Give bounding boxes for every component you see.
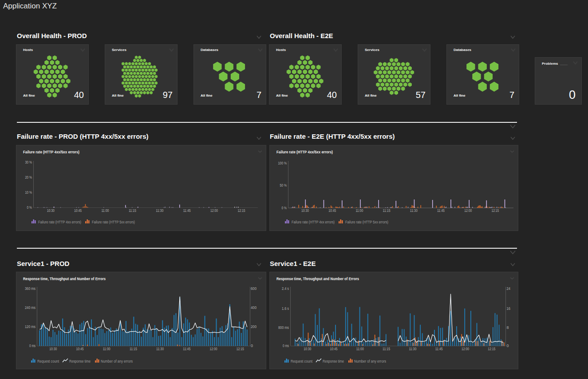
svg-text:1.6 s: 1.6 s [282,306,289,311]
svg-text:200: 200 [251,324,257,329]
svg-text:400: 400 [251,305,257,310]
svg-text:12:15: 12:15 [491,208,499,213]
svg-text:11:00: 11:00 [102,208,109,213]
svg-text:240 ms: 240 ms [25,305,36,310]
svg-text:11:15: 11:15 [130,347,137,351]
svg-text:12:00: 12:00 [464,208,472,213]
svg-text:Number of any errors: Number of any errors [354,359,386,363]
svg-text:Failure rate (HTTP 5xx errors): Failure rate (HTTP 5xx errors) [345,220,388,224]
svg-text:Failure rate (HTTP 4xx errors): Failure rate (HTTP 4xx errors) [38,220,81,224]
svg-text:11:00: 11:00 [103,347,110,351]
svg-text:Response time, Throughput and: Response time, Throughput and Number of … [276,277,359,281]
svg-text:10:30: 10:30 [49,347,57,351]
svg-text:11:30: 11:30 [156,347,164,351]
svg-text:20 %: 20 % [25,175,32,180]
svg-text:Response time, Throughput and: Response time, Throughput and Number of … [23,277,106,281]
svg-text:12:00: 12:00 [462,347,469,351]
svg-text:800 ms: 800 ms [278,325,289,330]
svg-text:12:00: 12:00 [210,347,217,351]
svg-text:11:45: 11:45 [435,347,443,351]
svg-text:Request count: Request count [37,359,59,363]
svg-text:10:30: 10:30 [301,208,309,213]
svg-text:0 ms: 0 ms [29,344,36,348]
svg-text:10:45: 10:45 [330,347,338,351]
svg-text:10:45: 10:45 [74,208,82,213]
svg-text:0 %: 0 % [282,206,287,210]
svg-text:24: 24 [507,286,511,291]
svg-text:Response time: Response time [69,359,91,363]
svg-text:11:15: 11:15 [383,208,391,213]
svg-text:Number of any errors: Number of any errors [101,359,133,363]
svg-text:50 %: 50 % [280,183,287,188]
svg-text:11:15: 11:15 [383,347,390,351]
svg-text:0: 0 [507,344,509,348]
svg-text:Failure rate (HTTP 4xx errors): Failure rate (HTTP 4xx errors) [292,220,335,224]
svg-text:10:45: 10:45 [328,208,336,213]
svg-text:11:45: 11:45 [183,208,191,213]
svg-text:11:00: 11:00 [356,347,364,351]
svg-text:11:45: 11:45 [437,208,445,213]
svg-text:10:30: 10:30 [47,208,55,213]
svg-text:12:15: 12:15 [488,347,495,351]
svg-text:30 %: 30 % [25,160,32,164]
svg-text:10:30: 10:30 [304,347,311,351]
svg-text:0 %: 0 % [27,205,32,210]
svg-text:Failure rate (HTTP 5xx errors): Failure rate (HTTP 5xx errors) [92,220,135,224]
svg-text:120 ms: 120 ms [25,324,36,329]
svg-text:Failure rate (HTTP 4xx/5xx err: Failure rate (HTTP 4xx/5xx errors) [276,150,333,154]
svg-text:2.4 s: 2.4 s [282,286,289,291]
svg-text:Response time: Response time [323,359,344,363]
svg-text:360 ms: 360 ms [25,286,36,291]
svg-text:100 %: 100 % [278,161,287,165]
svg-text:11:00: 11:00 [355,208,363,213]
svg-text:Request count: Request count [291,359,313,363]
svg-text:12:15: 12:15 [238,208,245,213]
svg-text:12:15: 12:15 [237,347,244,351]
svg-text:Failure rate (HTTP 4xx/5xx err: Failure rate (HTTP 4xx/5xx errors) [23,150,79,154]
svg-text:16: 16 [507,306,511,311]
svg-text:11:30: 11:30 [410,208,418,213]
svg-text:11:15: 11:15 [129,208,136,213]
svg-text:0: 0 [251,344,253,348]
svg-text:11:45: 11:45 [183,347,190,351]
svg-text:0 ms: 0 ms [283,344,289,348]
svg-text:11:30: 11:30 [409,347,416,351]
svg-text:12:00: 12:00 [210,208,218,213]
svg-text:10 %: 10 % [25,190,32,195]
svg-text:10:45: 10:45 [76,347,84,351]
svg-text:8: 8 [507,325,509,330]
svg-text:600: 600 [251,286,257,291]
svg-text:11:30: 11:30 [156,208,163,213]
